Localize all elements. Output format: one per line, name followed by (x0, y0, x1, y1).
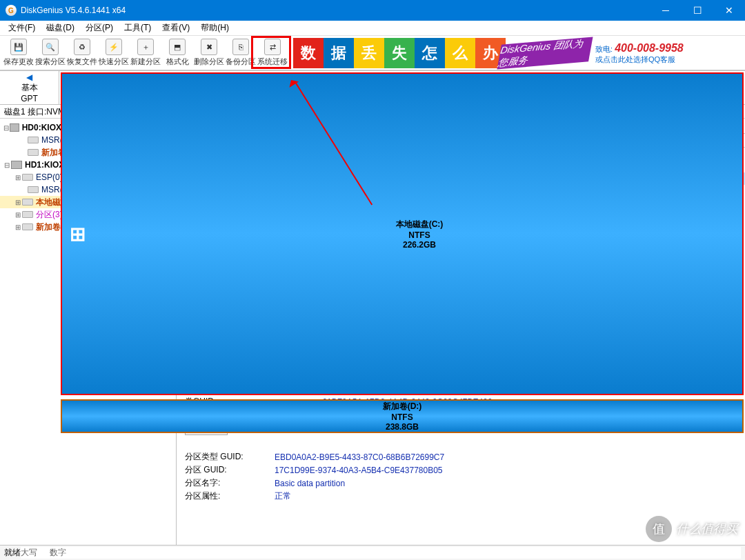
menu-tools[interactable]: 工具(T) (119, 21, 157, 35)
banner-char: 怎 (415, 38, 445, 68)
tree-expand-icon[interactable]: ⊞ (14, 211, 22, 219)
menu-bar: 文件(F) 磁盘(D) 分区(P) 工具(T) 查看(V) 帮助(H) (0, 21, 745, 36)
qq-link[interactable]: 或点击此处选择QQ客服 (595, 55, 675, 63)
tb-backup[interactable]: ⎘备份分区 (225, 37, 257, 69)
status-caps: 大写 (21, 547, 37, 559)
disk-icon (10, 123, 19, 132)
tb-search[interactable]: 🔍搜索分区 (34, 37, 66, 69)
menu-disk[interactable]: 磁盘(D) (41, 21, 80, 35)
status-num: 数字 (50, 547, 66, 559)
tb-migrate[interactable]: ⇄系统迁移 (257, 37, 288, 69)
volume-icon (22, 211, 33, 218)
delete-icon: ✖ (201, 39, 217, 55)
windows-logo-icon: ⊞ (70, 223, 86, 246)
volume-icon (28, 186, 39, 193)
menu-help[interactable]: 帮助(H) (195, 21, 235, 35)
nav-left-icon: ◀ (26, 72, 32, 82)
maximize-button[interactable]: ☐ (682, 0, 713, 21)
banner-char: 失 (384, 38, 415, 68)
tree-collapse-icon[interactable]: ⊟ (3, 161, 11, 169)
disk-strip: ◀ 基本 GPT ⊞ 本地磁盘(C:) NTFS 226.2GB 新加卷(D:)… (0, 70, 745, 105)
volume-icon (22, 174, 33, 181)
search-icon: 🔍 (42, 39, 59, 55)
tree-part3[interactable]: 分区(3) (36, 209, 63, 221)
tb-quickpart[interactable]: ⚡快速分区 (98, 37, 130, 69)
window-title: DiskGenius V5.4.6.1441 x64 (21, 6, 126, 15)
migrate-icon: ⇄ (264, 39, 281, 55)
banner-char: 据 (324, 38, 354, 68)
save-icon: 💾 (10, 39, 27, 55)
disk-strip-left[interactable]: ◀ 基本 GPT (0, 71, 59, 104)
tb-recover[interactable]: ♻恢复文件 (66, 37, 98, 69)
tb-format[interactable]: ⬒格式化 (161, 37, 193, 69)
menu-view[interactable]: 查看(V) (157, 21, 195, 35)
toolbar: 💾保存更改 🔍搜索分区 ♻恢复文件 ⚡快速分区 ＋新建分区 ⬒格式化 ✖删除分区… (0, 36, 745, 70)
banner-char: 么 (445, 38, 475, 68)
partition-block-d[interactable]: 新加卷(D:) NTFS 238.8GB (61, 399, 744, 433)
volume-icon (22, 223, 33, 230)
tb-save[interactable]: 💾保存更改 (3, 37, 34, 69)
tree-expand-icon[interactable]: ⊞ (14, 174, 22, 181)
tree-expand-icon[interactable]: ⊞ (14, 199, 22, 206)
tree-collapse-icon[interactable]: ⊟ (3, 124, 10, 132)
minimize-button[interactable]: ─ (650, 0, 682, 21)
newpart-icon: ＋ (137, 39, 154, 55)
menu-partition[interactable]: 分区(P) (80, 21, 119, 35)
banner-char: 丢 (354, 38, 384, 68)
volume-icon (22, 199, 33, 206)
titlebar: G DiskGenius V5.4.6.1441 x64 ─ ☐ ✕ (0, 0, 745, 21)
recover-icon: ♻ (74, 39, 90, 55)
volume-icon (28, 149, 39, 156)
quickpart-icon: ⚡ (106, 39, 122, 55)
partition-block-c[interactable]: ⊞ 本地磁盘(C:) NTFS 226.2GB (61, 72, 744, 395)
disk-icon (11, 161, 22, 169)
volume-icon (28, 137, 39, 143)
tree-expand-icon[interactable]: ⊞ (14, 223, 22, 231)
tb-delete[interactable]: ✖删除分区 (193, 37, 225, 69)
backup-icon: ⎘ (232, 39, 249, 55)
close-button[interactable]: ✕ (713, 0, 745, 21)
banner-phone: 致电: 400-008-9958 或点击此处选择QQ客服 (595, 42, 684, 65)
menu-file[interactable]: 文件(F) (3, 21, 41, 35)
app-logo-icon: G (6, 5, 17, 16)
tree-esp0[interactable]: ESP(0) (36, 172, 63, 182)
status-bar: 就绪 大写 数字 (0, 545, 745, 560)
status-text: 就绪 (4, 547, 21, 559)
format-icon: ⬒ (169, 39, 186, 55)
banner-slogan: DiskGenius 团队为您服务 (497, 37, 593, 69)
promo-banner: 数 据 丢 失 怎 么 办 DiskGenius 团队为您服务 致电: 400-… (293, 36, 684, 70)
tb-newpart[interactable]: ＋新建分区 (130, 37, 161, 69)
banner-char: 数 (293, 38, 324, 68)
